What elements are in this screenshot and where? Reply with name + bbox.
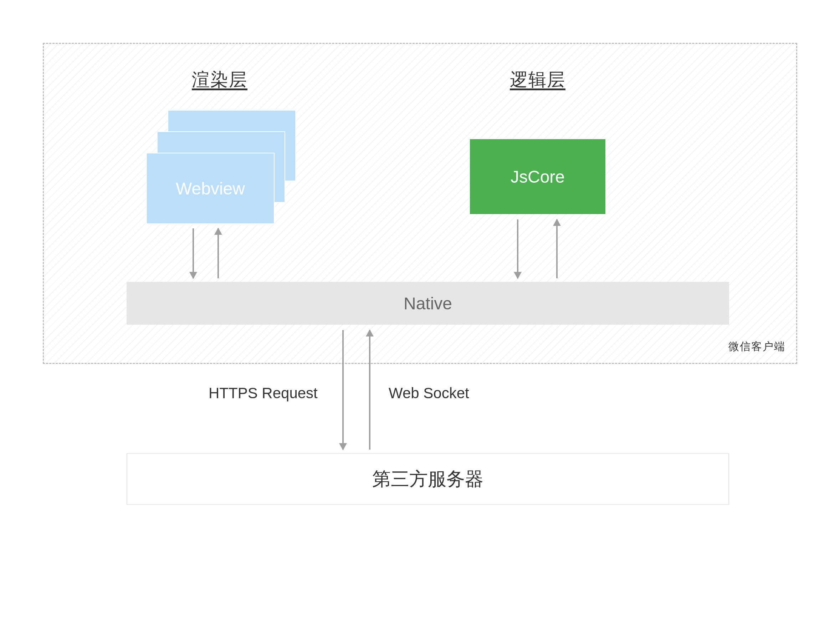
diagram-canvas: 微信客户端 渲染层 逻辑层 Webview JsCore Native 第三方服…: [0, 0, 840, 623]
arrow-native-to-server: [342, 330, 344, 450]
client-label: 微信客户端: [728, 339, 785, 354]
webview-card-front: Webview: [146, 153, 274, 224]
https-request-label: HTTPS Request: [208, 385, 318, 402]
arrow-server-to-native: [369, 330, 370, 450]
logic-layer-title: 逻辑层: [510, 68, 566, 92]
arrow-native-to-webview: [217, 229, 219, 278]
render-layer-title: 渲染层: [192, 68, 248, 92]
arrow-native-to-jscore: [556, 219, 558, 278]
jscore-card: JsCore: [470, 139, 605, 214]
native-box: Native: [127, 282, 729, 325]
server-box: 第三方服务器: [127, 453, 729, 505]
arrow-jscore-to-native: [517, 219, 519, 278]
web-socket-label: Web Socket: [389, 385, 469, 402]
arrow-webview-to-native: [193, 229, 194, 278]
